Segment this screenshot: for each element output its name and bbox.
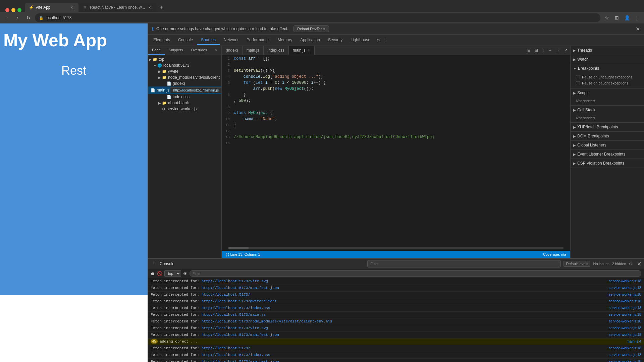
- tab-network[interactable]: Network: [220, 36, 243, 45]
- console-search-input[interactable]: [190, 270, 641, 277]
- console-source[interactable]: service-worker.js:18: [594, 306, 641, 310]
- profile-button[interactable]: 👤: [623, 13, 631, 22]
- split-editor-button[interactable]: ⊞: [526, 47, 532, 54]
- devtools-settings-button[interactable]: ⋮: [382, 36, 390, 45]
- console-source[interactable]: service-worker.js:18: [594, 333, 641, 337]
- tab-close-button[interactable]: ✕: [69, 5, 74, 10]
- console-link[interactable]: http://localhost:5173/index.css: [202, 353, 270, 357]
- editor-tab-mainjs-1[interactable]: main.js: [243, 46, 264, 55]
- menu-button[interactable]: ⋮: [633, 13, 641, 22]
- console-context-select[interactable]: top: [164, 270, 181, 277]
- editor-tab-indexcss[interactable]: index.css: [264, 46, 289, 55]
- console-source[interactable]: service-worker.js:18: [594, 359, 641, 362]
- console-source[interactable]: service-worker.js:18: [594, 279, 641, 283]
- tree-item-node-modules[interactable]: ▶ 📁 node_modules/vite/dist/client: [148, 74, 221, 80]
- console-link[interactable]: http://localhost:5173/@vite/client: [202, 299, 277, 303]
- console-link[interactable]: http://localhost:5173/manifest.json: [202, 286, 279, 290]
- console-source[interactable]: service-worker.js:18: [594, 326, 641, 330]
- scope-header[interactable]: ▶ Scope: [571, 88, 644, 97]
- tab-sources[interactable]: Sources: [197, 36, 220, 45]
- global-header[interactable]: ▶ Global Listeners: [571, 141, 644, 149]
- tree-item-mainjs[interactable]: ▶ 📄 main.js http://localhost:5173/main.j…: [148, 86, 221, 94]
- tree-item-top[interactable]: ▶ 📁 top: [148, 56, 221, 62]
- devtools-more-button[interactable]: ⚙: [374, 36, 382, 45]
- console-link[interactable]: http://localhost:5173/main.js: [202, 313, 266, 317]
- tab-memory[interactable]: Memory: [274, 36, 296, 45]
- tab-elements[interactable]: Elements: [149, 36, 174, 45]
- console-link[interactable]: http://localhost:5173/vite.svg: [202, 326, 268, 330]
- callstack-header[interactable]: ▶ Call Stack: [571, 106, 644, 114]
- console-link[interactable]: http://localhost:5173/index.css: [202, 306, 270, 310]
- code-content[interactable]: 1 const arr = []; 2 3 setInterval(()=>{: [222, 55, 570, 245]
- editor-tab-index[interactable]: (index): [222, 46, 243, 55]
- minimize-button[interactable]: [11, 8, 15, 12]
- banner-close-button[interactable]: ✕: [636, 26, 640, 32]
- tree-tab-page[interactable]: Page: [148, 46, 165, 55]
- forward-button[interactable]: ›: [13, 13, 22, 22]
- threads-header[interactable]: ▶ Threads: [571, 46, 644, 55]
- console-source[interactable]: service-worker.js:18: [594, 292, 641, 296]
- reload-devtools-button[interactable]: Reload DevTools: [293, 25, 329, 32]
- console-source-main[interactable]: main.js:4: [594, 339, 641, 343]
- tree-tab-overrides[interactable]: Overrides: [187, 46, 211, 55]
- tree-tab-snippets[interactable]: Snippets: [165, 46, 187, 55]
- console-record-button[interactable]: ⏺: [151, 271, 155, 276]
- tab-application[interactable]: Application: [296, 36, 324, 45]
- console-eye-button[interactable]: 👁: [183, 271, 187, 276]
- console-link[interactable]: http://localhost:5173/vite.svg: [202, 279, 268, 283]
- tab-performance[interactable]: Performance: [243, 36, 274, 45]
- console-source[interactable]: service-worker.js:18: [594, 319, 641, 323]
- console-link[interactable]: http://localhost:5173/: [202, 346, 250, 350]
- back-button[interactable]: ‹: [3, 13, 11, 22]
- dom-header[interactable]: ▶ DOM Breakpoints: [571, 132, 644, 140]
- editor-grid-button[interactable]: ⊟: [533, 47, 539, 54]
- console-link[interactable]: http://localhost:5173/node_modules/vite/…: [202, 319, 332, 323]
- tree-item-vite[interactable]: ▶ 📁 @vite: [148, 68, 221, 74]
- csp-header[interactable]: ▶ CSP Violation Breakpoints: [571, 159, 644, 168]
- editor-close-button[interactable]: ↗: [563, 47, 569, 54]
- tab-vite-app[interactable]: ⚡ Vite App ✕: [25, 3, 78, 12]
- reload-button[interactable]: ↻: [24, 13, 33, 22]
- new-tab-button[interactable]: +: [157, 3, 166, 12]
- bp-caught-checkbox[interactable]: [576, 81, 580, 85]
- address-bar[interactable]: 🔒 localhost:5173: [35, 13, 600, 22]
- console-link[interactable]: http://localhost:5173/manifest.json: [202, 360, 279, 362]
- maximize-button[interactable]: [17, 8, 21, 12]
- breakpoints-header[interactable]: ▼ Breakpoints: [571, 64, 644, 73]
- tab-react-native[interactable]: ⚛ React Native - Learn once, w... ✕: [79, 3, 156, 12]
- console-link[interactable]: http://localhost:5173/manifest.json: [202, 333, 279, 337]
- console-source[interactable]: service-worker.js:18: [594, 346, 641, 350]
- console-clear-button[interactable]: 🚫: [157, 271, 162, 276]
- console-menu-button[interactable]: ⋮: [151, 261, 157, 267]
- tree-item-about-blank[interactable]: ▶ 📁 about:blank: [148, 100, 221, 106]
- editor-dock-button[interactable]: ↕: [541, 47, 545, 54]
- bp-uncaught-checkbox[interactable]: [576, 75, 580, 79]
- xhr-header[interactable]: ▶ XHR/fetch Breakpoints: [571, 123, 644, 131]
- tab-security[interactable]: Security: [324, 36, 346, 45]
- console-levels-dropdown[interactable]: Default levels: [564, 261, 590, 267]
- watch-header[interactable]: ▶ Watch: [571, 55, 644, 64]
- tree-item-indexcss[interactable]: ▶ 📄 index.css: [148, 94, 221, 100]
- editor-scrollbar[interactable]: [228, 247, 564, 249]
- tab-console[interactable]: Console: [174, 36, 197, 45]
- tree-item-index[interactable]: ▶ 📄 (index): [148, 80, 221, 86]
- console-filter-input[interactable]: [367, 260, 561, 267]
- console-source[interactable]: service-worker.js:18: [594, 312, 641, 316]
- console-source[interactable]: service-worker.js:18: [594, 353, 641, 357]
- console-gear-button[interactable]: ⚙: [629, 261, 633, 266]
- editor-tab-mainjs-active[interactable]: main.js ✕: [289, 46, 315, 55]
- console-link[interactable]: http://localhost:5173/: [202, 293, 250, 297]
- tree-item-service-worker[interactable]: ▶ ⚙ service-worker.js: [148, 106, 221, 112]
- tab-close-button-2[interactable]: ✕: [147, 5, 152, 10]
- bookmark-button[interactable]: ☆: [602, 13, 611, 22]
- console-source[interactable]: service-worker.js:18: [594, 299, 641, 303]
- tab-lighthouse[interactable]: Lighthouse: [346, 36, 374, 45]
- console-source[interactable]: service-worker.js:18: [594, 286, 641, 290]
- close-button[interactable]: [5, 8, 9, 12]
- editor-settings-button[interactable]: ⋮: [555, 47, 561, 54]
- event-listener-header[interactable]: ▶ Event Listener Breakpoints: [571, 150, 644, 159]
- editor-more-button[interactable]: ↔: [547, 47, 553, 54]
- tree-tab-more[interactable]: »: [211, 46, 221, 55]
- tree-item-localhost[interactable]: ▼ 🌐 localhost:5173: [148, 62, 221, 68]
- extensions-button[interactable]: ⊞: [612, 13, 621, 22]
